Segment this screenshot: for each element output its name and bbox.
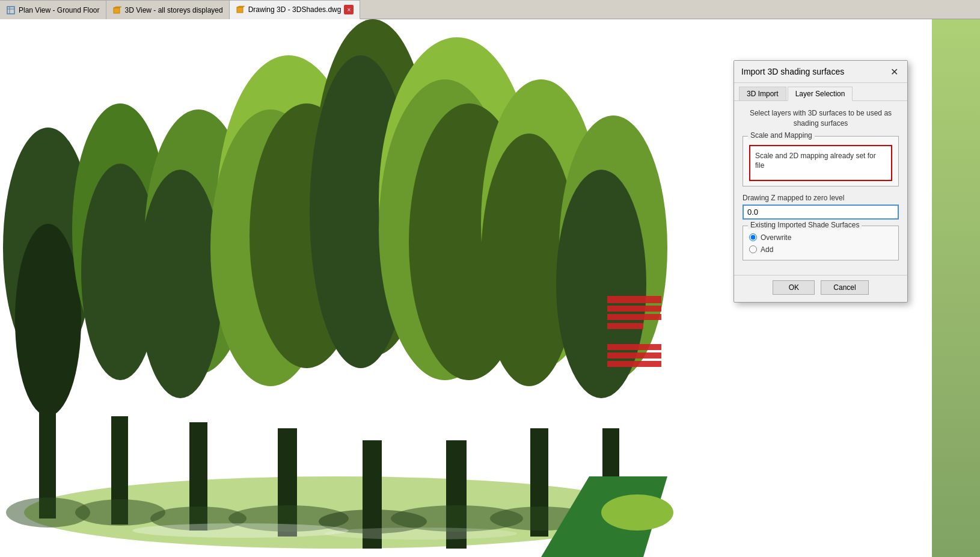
import-dialog: Import 3D shading surfaces ✕ 3D Import L…: [733, 60, 908, 303]
right-green-panel: [932, 19, 980, 557]
svg-rect-50: [607, 361, 661, 367]
svg-point-42: [132, 523, 349, 538]
plan-view-icon: [6, 5, 16, 15]
tab-3d-import[interactable]: 3D Import: [739, 87, 786, 100]
svg-rect-3: [114, 8, 120, 13]
add-radio[interactable]: [749, 245, 757, 253]
svg-rect-44: [607, 296, 661, 303]
tree-scene: [0, 19, 673, 557]
drawing-3d-icon: [236, 5, 245, 14]
svg-rect-47: [607, 323, 643, 329]
svg-marker-6: [237, 6, 245, 7]
svg-point-36: [75, 499, 165, 526]
svg-rect-46: [607, 314, 661, 320]
scale-mapping-group: Scale and Mapping Scale and 2D mapping a…: [743, 136, 899, 186]
3d-view-icon: [112, 5, 122, 15]
scale-info-text: Scale and 2D mapping already set for fil…: [755, 152, 876, 170]
z-level-section: Drawing Z mapped to zero level 0.0: [743, 194, 899, 220]
scale-mapping-legend: Scale and Mapping: [748, 131, 815, 140]
dialog-body: Select layers with 3D surfaces to be use…: [734, 101, 907, 275]
tab-drawing-3d[interactable]: Drawing 3D - 3DShades.dwg ×: [230, 0, 361, 19]
dialog-description: Select layers with 3D surfaces to be use…: [743, 108, 899, 129]
overwrite-label: Overwrite: [761, 233, 791, 242]
dialog-tabs: 3D Import Layer Selection: [734, 83, 907, 101]
dialog-footer: OK Cancel: [734, 275, 907, 302]
shade-surfaces-legend: Existing Imported Shade Surfaces: [748, 221, 862, 229]
overwrite-radio[interactable]: [749, 233, 757, 241]
svg-rect-48: [607, 344, 661, 350]
z-level-input[interactable]: 0.0: [743, 205, 899, 220]
shade-options-group: Overwrite Add: [749, 233, 892, 254]
svg-point-43: [325, 528, 517, 540]
tab-close-button[interactable]: ×: [344, 5, 354, 14]
ok-button[interactable]: OK: [773, 280, 815, 295]
dialog-close-button[interactable]: ✕: [888, 66, 900, 78]
z-level-label: Drawing Z mapped to zero level: [743, 194, 899, 202]
svg-point-10: [15, 224, 81, 416]
scale-info-box: Scale and 2D mapping already set for fil…: [749, 145, 892, 181]
tab-3d-view[interactable]: 3D View - all storeys displayed: [106, 0, 230, 19]
tab-plan-view-label: Plan View - Ground Floor: [19, 6, 100, 14]
add-label: Add: [761, 245, 773, 254]
tab-drawing-3d-label: Drawing 3D - 3DShades.dwg: [248, 5, 341, 14]
dialog-title: Import 3D shading surfaces: [741, 67, 844, 76]
tab-layer-selection[interactable]: Layer Selection: [788, 87, 853, 101]
svg-rect-45: [607, 306, 661, 312]
dialog-titlebar: Import 3D shading surfaces ✕: [734, 61, 907, 83]
shade-surfaces-group: Existing Imported Shade Surfaces Overwri…: [743, 226, 899, 260]
svg-rect-49: [607, 352, 661, 359]
main-canvas: Import 3D shading surfaces ✕ 3D Import L…: [0, 19, 980, 557]
svg-marker-4: [114, 7, 121, 8]
tab-plan-view[interactable]: Plan View - Ground Floor: [0, 0, 106, 19]
cancel-button[interactable]: Cancel: [821, 280, 868, 295]
tab-3d-view-label: 3D View - all storeys displayed: [125, 6, 223, 14]
svg-point-52: [601, 494, 673, 531]
svg-rect-0: [7, 7, 14, 14]
svg-rect-5: [237, 7, 243, 13]
overwrite-option[interactable]: Overwrite: [749, 233, 892, 242]
tab-bar: Plan View - Ground Floor 3D View - all s…: [0, 0, 980, 19]
svg-point-16: [138, 170, 222, 398]
add-option[interactable]: Add: [749, 245, 892, 254]
